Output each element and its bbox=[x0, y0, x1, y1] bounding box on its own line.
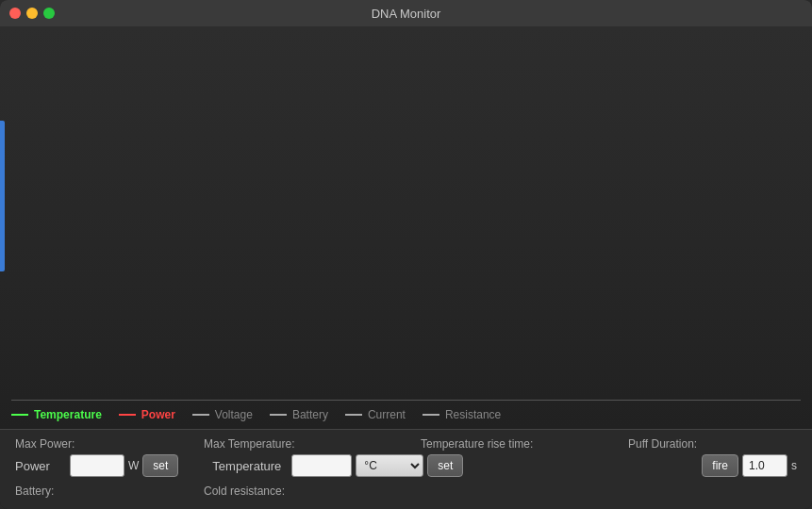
power-legend-line bbox=[119, 414, 136, 416]
titlebar: DNA Monitor bbox=[0, 0, 812, 26]
controls-area: Max Power: Max Temperature: Temperature … bbox=[0, 429, 812, 509]
temperature-legend-label: Temperature bbox=[34, 408, 102, 421]
legend: Temperature Power Voltage Battery Curren… bbox=[0, 401, 812, 429]
left-indicator-bar bbox=[0, 121, 5, 271]
legend-item-battery[interactable]: Battery bbox=[270, 408, 328, 421]
chart-area bbox=[0, 26, 812, 400]
traffic-lights bbox=[9, 8, 55, 19]
controls-bottom-row: Battery: Cold resistance: bbox=[15, 484, 797, 498]
controls-inputs-row: Power W set Temperature °C °F °K set fir… bbox=[15, 454, 797, 477]
resistance-legend-line bbox=[423, 414, 439, 416]
legend-item-power[interactable]: Power bbox=[119, 408, 175, 421]
minimize-button[interactable] bbox=[26, 8, 38, 19]
duration-input[interactable] bbox=[742, 454, 787, 477]
main-content: Temperature Power Voltage Battery Curren… bbox=[0, 26, 812, 509]
puff-duration-group: fire s bbox=[702, 454, 797, 477]
legend-item-temperature[interactable]: Temperature bbox=[11, 408, 102, 421]
current-legend-label: Current bbox=[368, 408, 406, 421]
legend-item-current[interactable]: Current bbox=[345, 408, 406, 421]
window-title: DNA Monitor bbox=[372, 7, 441, 21]
power-unit: W bbox=[128, 459, 139, 472]
top-labels-row: Max Power: Max Temperature: Temperature … bbox=[15, 437, 797, 451]
cold-resistance-label: Cold resistance: bbox=[204, 484, 285, 498]
battery-label: Battery: bbox=[15, 484, 204, 498]
resistance-legend-label: Resistance bbox=[445, 408, 501, 421]
power-field-label: Power bbox=[15, 459, 66, 473]
maximize-button[interactable] bbox=[43, 8, 55, 19]
puff-duration-label: Puff Duration: bbox=[628, 437, 697, 451]
max-power-label: Max Power: bbox=[15, 437, 204, 451]
voltage-legend-label: Voltage bbox=[215, 408, 253, 421]
temperature-unit-select[interactable]: °C °F °K bbox=[356, 454, 423, 477]
legend-item-resistance[interactable]: Resistance bbox=[423, 408, 501, 421]
battery-legend-label: Battery bbox=[292, 408, 328, 421]
duration-unit: s bbox=[791, 459, 797, 472]
temperature-input[interactable] bbox=[291, 454, 352, 477]
voltage-legend-line bbox=[192, 414, 209, 416]
set-power-button[interactable]: set bbox=[142, 454, 178, 477]
set-temperature-button[interactable]: set bbox=[427, 454, 463, 477]
temperature-rise-time-label: Temperature rise time: bbox=[421, 437, 628, 451]
fire-button[interactable]: fire bbox=[702, 454, 738, 477]
temperature-field-label: Temperature bbox=[212, 459, 288, 473]
close-button[interactable] bbox=[9, 8, 21, 19]
legend-item-voltage[interactable]: Voltage bbox=[192, 408, 253, 421]
battery-legend-line bbox=[270, 414, 287, 416]
current-legend-line bbox=[345, 414, 362, 416]
power-legend-label: Power bbox=[141, 408, 175, 421]
power-group: Power W set bbox=[15, 454, 178, 477]
temperature-legend-line bbox=[11, 414, 28, 416]
max-temperature-label: Max Temperature: bbox=[204, 437, 421, 451]
temperature-group: Temperature °C °F °K set bbox=[199, 454, 463, 477]
power-input[interactable] bbox=[70, 454, 124, 477]
